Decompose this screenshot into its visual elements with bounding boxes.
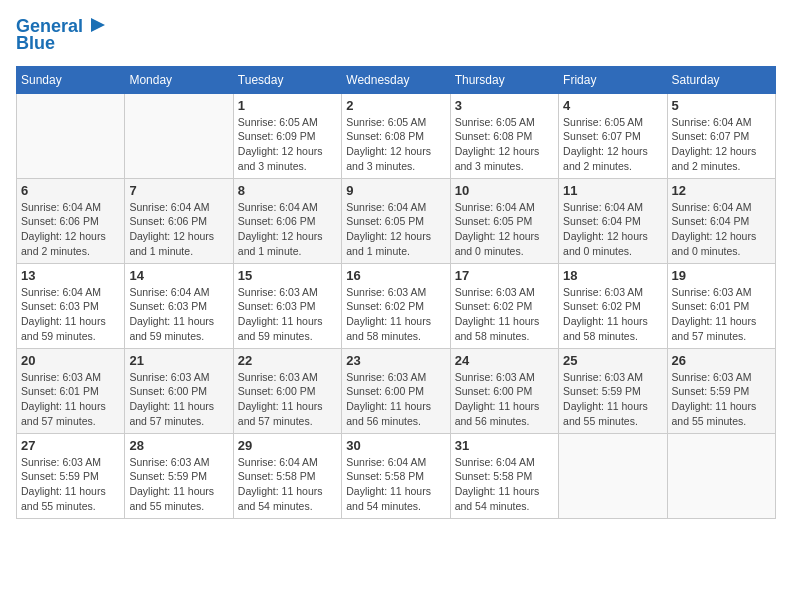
calendar-table: SundayMondayTuesdayWednesdayThursdayFrid… <box>16 66 776 519</box>
day-info: Sunrise: 6:03 AMSunset: 6:00 PMDaylight:… <box>129 370 228 429</box>
day-info: Sunrise: 6:04 AMSunset: 5:58 PMDaylight:… <box>346 455 445 514</box>
day-number: 9 <box>346 183 445 198</box>
day-number: 12 <box>672 183 771 198</box>
day-number: 4 <box>563 98 662 113</box>
day-info: Sunrise: 6:03 AMSunset: 6:02 PMDaylight:… <box>346 285 445 344</box>
calendar-cell: 4Sunrise: 6:05 AMSunset: 6:07 PMDaylight… <box>559 93 667 178</box>
day-info: Sunrise: 6:03 AMSunset: 6:02 PMDaylight:… <box>563 285 662 344</box>
day-info: Sunrise: 6:04 AMSunset: 6:07 PMDaylight:… <box>672 115 771 174</box>
calendar-cell: 28Sunrise: 6:03 AMSunset: 5:59 PMDayligh… <box>125 433 233 518</box>
day-number: 6 <box>21 183 120 198</box>
day-number: 31 <box>455 438 554 453</box>
calendar-cell: 27Sunrise: 6:03 AMSunset: 5:59 PMDayligh… <box>17 433 125 518</box>
weekday-header: Saturday <box>667 66 775 93</box>
calendar-cell: 10Sunrise: 6:04 AMSunset: 6:05 PMDayligh… <box>450 178 558 263</box>
weekday-header: Tuesday <box>233 66 341 93</box>
calendar-cell: 6Sunrise: 6:04 AMSunset: 6:06 PMDaylight… <box>17 178 125 263</box>
calendar-cell: 31Sunrise: 6:04 AMSunset: 5:58 PMDayligh… <box>450 433 558 518</box>
day-info: Sunrise: 6:03 AMSunset: 6:00 PMDaylight:… <box>346 370 445 429</box>
day-info: Sunrise: 6:03 AMSunset: 6:01 PMDaylight:… <box>21 370 120 429</box>
weekday-header: Thursday <box>450 66 558 93</box>
weekday-header: Friday <box>559 66 667 93</box>
day-number: 13 <box>21 268 120 283</box>
day-number: 30 <box>346 438 445 453</box>
day-info: Sunrise: 6:04 AMSunset: 5:58 PMDaylight:… <box>238 455 337 514</box>
calendar-cell: 24Sunrise: 6:03 AMSunset: 6:00 PMDayligh… <box>450 348 558 433</box>
calendar-cell <box>17 93 125 178</box>
day-info: Sunrise: 6:04 AMSunset: 6:03 PMDaylight:… <box>129 285 228 344</box>
logo-blue-text: Blue <box>16 34 55 54</box>
calendar-cell: 18Sunrise: 6:03 AMSunset: 6:02 PMDayligh… <box>559 263 667 348</box>
calendar-cell: 11Sunrise: 6:04 AMSunset: 6:04 PMDayligh… <box>559 178 667 263</box>
day-number: 1 <box>238 98 337 113</box>
calendar-cell: 30Sunrise: 6:04 AMSunset: 5:58 PMDayligh… <box>342 433 450 518</box>
calendar-cell: 29Sunrise: 6:04 AMSunset: 5:58 PMDayligh… <box>233 433 341 518</box>
day-number: 10 <box>455 183 554 198</box>
calendar-cell: 9Sunrise: 6:04 AMSunset: 6:05 PMDaylight… <box>342 178 450 263</box>
day-info: Sunrise: 6:04 AMSunset: 6:06 PMDaylight:… <box>129 200 228 259</box>
calendar-cell <box>559 433 667 518</box>
day-info: Sunrise: 6:03 AMSunset: 5:59 PMDaylight:… <box>21 455 120 514</box>
calendar-cell: 25Sunrise: 6:03 AMSunset: 5:59 PMDayligh… <box>559 348 667 433</box>
day-number: 19 <box>672 268 771 283</box>
calendar-cell: 26Sunrise: 6:03 AMSunset: 5:59 PMDayligh… <box>667 348 775 433</box>
calendar-cell: 16Sunrise: 6:03 AMSunset: 6:02 PMDayligh… <box>342 263 450 348</box>
day-number: 7 <box>129 183 228 198</box>
day-info: Sunrise: 6:03 AMSunset: 6:00 PMDaylight:… <box>238 370 337 429</box>
day-number: 20 <box>21 353 120 368</box>
day-info: Sunrise: 6:04 AMSunset: 6:04 PMDaylight:… <box>672 200 771 259</box>
calendar-cell: 8Sunrise: 6:04 AMSunset: 6:06 PMDaylight… <box>233 178 341 263</box>
day-number: 24 <box>455 353 554 368</box>
weekday-header: Monday <box>125 66 233 93</box>
weekday-header: Wednesday <box>342 66 450 93</box>
day-info: Sunrise: 6:04 AMSunset: 5:58 PMDaylight:… <box>455 455 554 514</box>
day-number: 16 <box>346 268 445 283</box>
day-info: Sunrise: 6:03 AMSunset: 6:01 PMDaylight:… <box>672 285 771 344</box>
day-info: Sunrise: 6:03 AMSunset: 5:59 PMDaylight:… <box>563 370 662 429</box>
day-number: 14 <box>129 268 228 283</box>
day-info: Sunrise: 6:03 AMSunset: 6:00 PMDaylight:… <box>455 370 554 429</box>
day-info: Sunrise: 6:05 AMSunset: 6:07 PMDaylight:… <box>563 115 662 174</box>
day-number: 5 <box>672 98 771 113</box>
calendar-cell <box>125 93 233 178</box>
logo-arrow-icon <box>89 16 107 34</box>
day-number: 3 <box>455 98 554 113</box>
day-info: Sunrise: 6:04 AMSunset: 6:03 PMDaylight:… <box>21 285 120 344</box>
day-info: Sunrise: 6:03 AMSunset: 5:59 PMDaylight:… <box>129 455 228 514</box>
day-number: 11 <box>563 183 662 198</box>
calendar-cell: 2Sunrise: 6:05 AMSunset: 6:08 PMDaylight… <box>342 93 450 178</box>
day-number: 21 <box>129 353 228 368</box>
day-number: 22 <box>238 353 337 368</box>
calendar-cell: 20Sunrise: 6:03 AMSunset: 6:01 PMDayligh… <box>17 348 125 433</box>
day-info: Sunrise: 6:04 AMSunset: 6:05 PMDaylight:… <box>455 200 554 259</box>
calendar-cell: 17Sunrise: 6:03 AMSunset: 6:02 PMDayligh… <box>450 263 558 348</box>
calendar-cell: 21Sunrise: 6:03 AMSunset: 6:00 PMDayligh… <box>125 348 233 433</box>
day-info: Sunrise: 6:03 AMSunset: 6:03 PMDaylight:… <box>238 285 337 344</box>
day-number: 18 <box>563 268 662 283</box>
day-info: Sunrise: 6:05 AMSunset: 6:08 PMDaylight:… <box>346 115 445 174</box>
day-info: Sunrise: 6:04 AMSunset: 6:06 PMDaylight:… <box>21 200 120 259</box>
day-number: 23 <box>346 353 445 368</box>
day-number: 26 <box>672 353 771 368</box>
calendar-cell: 13Sunrise: 6:04 AMSunset: 6:03 PMDayligh… <box>17 263 125 348</box>
day-number: 17 <box>455 268 554 283</box>
calendar-cell: 3Sunrise: 6:05 AMSunset: 6:08 PMDaylight… <box>450 93 558 178</box>
day-info: Sunrise: 6:04 AMSunset: 6:04 PMDaylight:… <box>563 200 662 259</box>
calendar-cell: 23Sunrise: 6:03 AMSunset: 6:00 PMDayligh… <box>342 348 450 433</box>
calendar-cell: 22Sunrise: 6:03 AMSunset: 6:00 PMDayligh… <box>233 348 341 433</box>
day-number: 29 <box>238 438 337 453</box>
day-number: 28 <box>129 438 228 453</box>
calendar-cell <box>667 433 775 518</box>
day-number: 27 <box>21 438 120 453</box>
day-info: Sunrise: 6:05 AMSunset: 6:08 PMDaylight:… <box>455 115 554 174</box>
weekday-header: Sunday <box>17 66 125 93</box>
calendar-cell: 14Sunrise: 6:04 AMSunset: 6:03 PMDayligh… <box>125 263 233 348</box>
day-number: 8 <box>238 183 337 198</box>
calendar-cell: 5Sunrise: 6:04 AMSunset: 6:07 PMDaylight… <box>667 93 775 178</box>
day-info: Sunrise: 6:03 AMSunset: 6:02 PMDaylight:… <box>455 285 554 344</box>
calendar-cell: 12Sunrise: 6:04 AMSunset: 6:04 PMDayligh… <box>667 178 775 263</box>
calendar-cell: 19Sunrise: 6:03 AMSunset: 6:01 PMDayligh… <box>667 263 775 348</box>
day-info: Sunrise: 6:04 AMSunset: 6:05 PMDaylight:… <box>346 200 445 259</box>
calendar-cell: 7Sunrise: 6:04 AMSunset: 6:06 PMDaylight… <box>125 178 233 263</box>
page-header: General Blue <box>16 16 776 54</box>
